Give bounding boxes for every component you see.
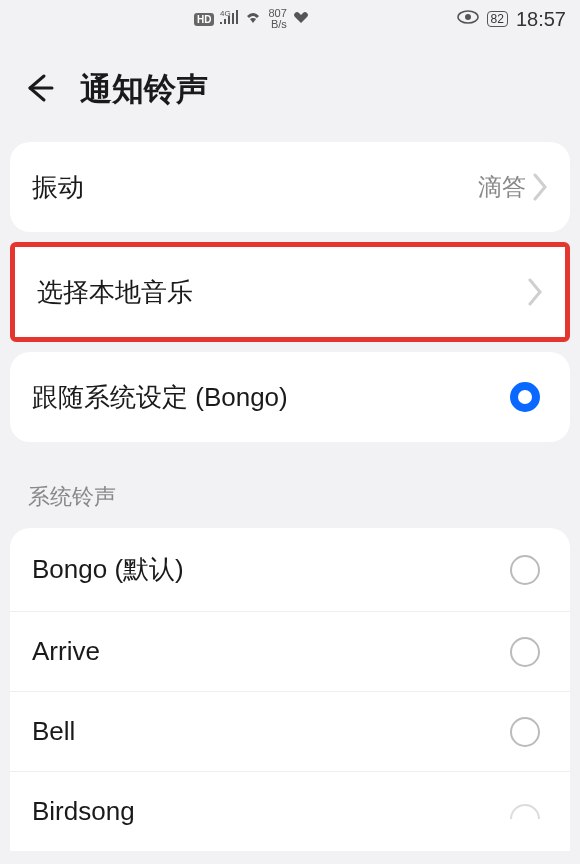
radio-icon bbox=[510, 804, 540, 819]
ringtone-label: Arrive bbox=[32, 636, 510, 667]
ringtone-row[interactable]: Arrive bbox=[10, 612, 570, 692]
chevron-right-icon bbox=[527, 278, 543, 306]
signal-icon: 4G bbox=[220, 10, 238, 28]
radio-selected-icon bbox=[510, 382, 540, 412]
svg-point-7 bbox=[465, 14, 471, 20]
follow-system-row[interactable]: 跟随系统设定 (Bongo) bbox=[10, 352, 570, 442]
eye-icon bbox=[457, 10, 479, 28]
battery-icon: 82 bbox=[487, 11, 508, 27]
highlight-annotation: 选择本地音乐 bbox=[10, 242, 570, 342]
ringtone-label: Birdsong bbox=[32, 796, 510, 827]
ringtone-row[interactable]: Bongo (默认) bbox=[10, 528, 570, 612]
svg-rect-5 bbox=[236, 10, 238, 24]
status-bar: HD 4G 807 B/s 82 18:57 bbox=[0, 0, 580, 38]
ringtone-label: Bell bbox=[32, 716, 510, 747]
heart-icon bbox=[293, 10, 309, 28]
radio-icon bbox=[510, 555, 540, 585]
chevron-right-icon bbox=[532, 173, 548, 201]
ringtone-list: Bongo (默认) Arrive Bell Birdsong bbox=[10, 528, 570, 851]
ringtone-row[interactable]: Birdsong bbox=[10, 772, 570, 851]
ringtone-row[interactable]: Bell bbox=[10, 692, 570, 772]
vibration-row[interactable]: 振动 滴答 bbox=[10, 142, 570, 232]
local-music-label: 选择本地音乐 bbox=[37, 275, 527, 310]
network-speed: 807 B/s bbox=[268, 8, 286, 30]
radio-icon bbox=[510, 717, 540, 747]
local-music-row[interactable]: 选择本地音乐 bbox=[15, 247, 565, 337]
clock: 18:57 bbox=[516, 8, 566, 31]
svg-rect-3 bbox=[228, 16, 230, 24]
vibration-card: 振动 滴答 bbox=[10, 142, 570, 232]
header: 通知铃声 bbox=[0, 38, 580, 132]
wifi-icon bbox=[244, 10, 262, 28]
svg-rect-2 bbox=[224, 19, 226, 24]
back-arrow-icon bbox=[22, 72, 54, 104]
section-header: 系统铃声 bbox=[0, 452, 580, 528]
ringtone-label: Bongo (默认) bbox=[32, 552, 510, 587]
follow-system-card: 跟随系统设定 (Bongo) bbox=[10, 352, 570, 442]
page-title: 通知铃声 bbox=[80, 68, 208, 112]
radio-icon bbox=[510, 637, 540, 667]
back-button[interactable] bbox=[22, 72, 54, 108]
svg-rect-1 bbox=[220, 22, 222, 24]
vibration-label: 振动 bbox=[32, 170, 478, 205]
hd-badge: HD bbox=[194, 13, 214, 26]
vibration-value: 滴答 bbox=[478, 171, 526, 203]
svg-rect-4 bbox=[232, 13, 234, 24]
follow-system-label: 跟随系统设定 (Bongo) bbox=[32, 380, 510, 415]
